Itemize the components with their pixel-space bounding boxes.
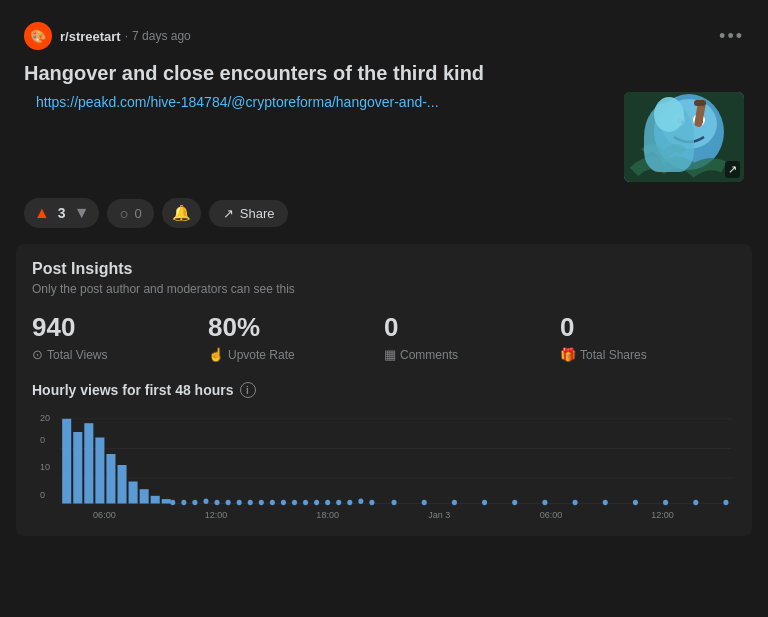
svg-rect-22 <box>117 465 126 504</box>
post-thumbnail[interactable]: ↗ <box>624 92 744 182</box>
svg-rect-19 <box>84 423 93 503</box>
svg-point-39 <box>303 500 308 506</box>
svg-rect-25 <box>151 496 160 504</box>
action-bar: ▲ 3 ▼ ○ 0 🔔 ↗ Share <box>12 190 756 236</box>
svg-point-43 <box>347 500 352 506</box>
upvote-rate-text: Upvote Rate <box>228 348 295 362</box>
svg-point-42 <box>336 500 341 506</box>
upvote-rate-icon: ☝ <box>208 347 224 362</box>
svg-point-33 <box>237 500 242 506</box>
svg-point-38 <box>292 500 297 506</box>
svg-text:18:00: 18:00 <box>316 508 339 519</box>
upvote-button[interactable]: ▲ <box>34 204 50 222</box>
svg-point-30 <box>203 499 208 505</box>
svg-point-35 <box>259 500 264 506</box>
upvote-rate-label: ☝ Upvote Rate <box>208 347 384 362</box>
insights-subtitle: Only the post author and moderators can … <box>32 282 736 296</box>
svg-point-49 <box>482 500 487 506</box>
comment-count: 0 <box>135 206 142 221</box>
share-icon: ↗ <box>223 206 234 221</box>
stat-upvote-rate: 80% ☝ Upvote Rate <box>208 312 384 362</box>
svg-point-44 <box>358 499 363 505</box>
stat-total-shares: 0 🎁 Total Shares <box>560 312 736 362</box>
svg-rect-20 <box>95 438 104 504</box>
subreddit-avatar[interactable]: 🎨 <box>24 22 52 50</box>
shares-icon: 🎁 <box>560 347 576 362</box>
svg-point-32 <box>226 500 231 506</box>
svg-point-51 <box>542 500 547 506</box>
total-views-label: ⊙ Total Views <box>32 347 208 362</box>
post-link[interactable]: https://peakd.com/hive-184784/@cryptoref… <box>24 92 612 118</box>
chart-section: Hourly views for first 48 hours i 20 0 1… <box>32 382 736 520</box>
svg-rect-24 <box>140 489 149 503</box>
svg-point-53 <box>603 500 608 506</box>
shares-label-text: Total Shares <box>580 348 647 362</box>
svg-text:10: 10 <box>40 461 50 472</box>
svg-point-46 <box>392 500 397 506</box>
external-link-icon[interactable]: ↗ <box>725 161 740 178</box>
svg-rect-17 <box>62 419 71 504</box>
svg-point-45 <box>369 500 374 506</box>
vote-controls: ▲ 3 ▼ <box>24 198 99 228</box>
svg-text:06:00: 06:00 <box>540 508 563 519</box>
vote-count: 3 <box>58 205 66 221</box>
post-content-area: https://peakd.com/hive-184784/@cryptoref… <box>12 92 756 190</box>
comment-icon: ○ <box>119 205 128 222</box>
svg-text:12:00: 12:00 <box>205 508 228 519</box>
separator-dot: · <box>125 29 128 43</box>
svg-point-40 <box>314 500 319 506</box>
svg-point-31 <box>215 500 220 506</box>
svg-rect-26 <box>162 499 171 503</box>
insights-title: Post Insights <box>32 260 736 278</box>
svg-point-5 <box>677 118 683 124</box>
total-shares-label: 🎁 Total Shares <box>560 347 736 362</box>
stats-row: 940 ⊙ Total Views 80% ☝ Upvote Rate 0 ▦ … <box>32 312 736 362</box>
svg-point-37 <box>281 500 286 506</box>
stat-total-views: 940 ⊙ Total Views <box>32 312 208 362</box>
svg-point-41 <box>325 500 330 506</box>
svg-point-54 <box>633 500 638 506</box>
svg-text:Jan 3: Jan 3 <box>428 508 450 519</box>
svg-point-56 <box>693 500 698 506</box>
chart-title-text: Hourly views for first 48 hours <box>32 382 234 398</box>
comment-button[interactable]: ○ 0 <box>107 199 153 228</box>
downvote-button[interactable]: ▼ <box>74 204 90 222</box>
post-insights-panel: Post Insights Only the post author and m… <box>16 244 752 536</box>
svg-point-3 <box>673 114 685 126</box>
svg-rect-18 <box>73 432 82 504</box>
svg-point-29 <box>192 500 197 506</box>
share-button[interactable]: ↗ Share <box>209 200 289 227</box>
post-header: 🎨 r/streetart · 7 days ago ••• <box>12 12 756 56</box>
hourly-views-chart: 20 0 10 0 <box>32 410 736 520</box>
post-title: Hangover and close encounters of the thi… <box>12 56 756 92</box>
svg-point-47 <box>422 500 427 506</box>
svg-point-57 <box>723 500 728 506</box>
svg-point-2 <box>661 99 717 149</box>
chart-container: 20 0 10 0 <box>32 410 736 520</box>
svg-point-55 <box>663 500 668 506</box>
views-icon: ⊙ <box>32 347 43 362</box>
svg-point-34 <box>248 500 253 506</box>
subreddit-name[interactable]: r/streetart <box>60 29 121 44</box>
post-meta: r/streetart · 7 days ago <box>60 29 711 44</box>
svg-text:20: 20 <box>40 412 50 423</box>
more-options-button[interactable]: ••• <box>719 26 744 47</box>
award-icon: 🔔 <box>172 204 191 222</box>
svg-text:0: 0 <box>40 489 45 500</box>
chart-title: Hourly views for first 48 hours i <box>32 382 736 398</box>
views-label-text: Total Views <box>47 348 107 362</box>
awards-button[interactable]: 🔔 <box>162 198 201 228</box>
svg-point-48 <box>452 500 457 506</box>
upvote-rate-value: 80% <box>208 312 384 343</box>
svg-point-28 <box>181 500 186 506</box>
comments-label-text: Comments <box>400 348 458 362</box>
svg-rect-8 <box>694 100 706 106</box>
share-label: Share <box>240 206 275 221</box>
svg-rect-23 <box>129 482 138 504</box>
total-shares-value: 0 <box>560 312 736 343</box>
total-views-value: 940 <box>32 312 208 343</box>
svg-text:06:00: 06:00 <box>93 508 116 519</box>
svg-point-50 <box>512 500 517 506</box>
svg-text:12:00: 12:00 <box>651 508 674 519</box>
chart-info-icon[interactable]: i <box>240 382 256 398</box>
